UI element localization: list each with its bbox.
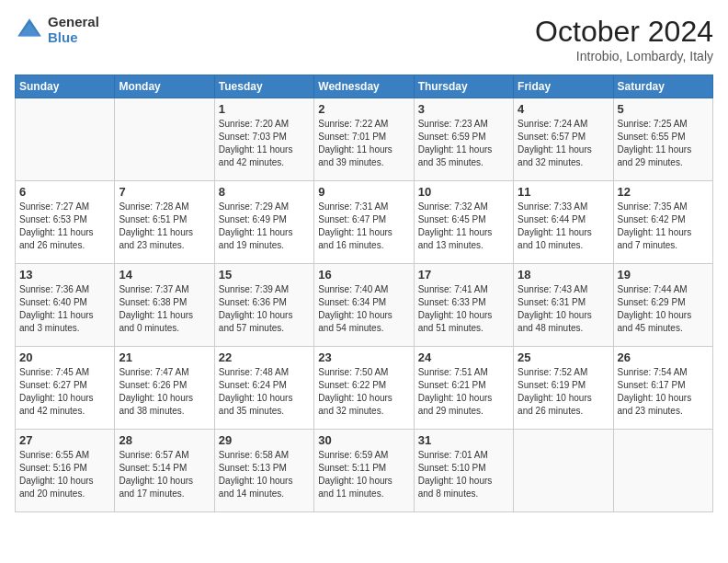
calendar-cell: 23Sunrise: 7:50 AM Sunset: 6:22 PM Dayli…	[314, 347, 414, 430]
calendar-cell: 9Sunrise: 7:31 AM Sunset: 6:47 PM Daylig…	[314, 181, 414, 264]
day-info: Sunrise: 7:25 AM Sunset: 6:55 PM Dayligh…	[618, 118, 709, 169]
day-info: Sunrise: 7:52 AM Sunset: 6:19 PM Dayligh…	[518, 366, 609, 418]
calendar-cell: 2Sunrise: 7:22 AM Sunset: 7:01 PM Daylig…	[314, 98, 414, 181]
calendar-cell: 8Sunrise: 7:29 AM Sunset: 6:49 PM Daylig…	[214, 181, 313, 264]
weekday-header-friday: Friday	[514, 75, 613, 98]
calendar-cell: 22Sunrise: 7:48 AM Sunset: 6:24 PM Dayli…	[214, 347, 313, 430]
day-number: 29	[219, 433, 310, 447]
day-info: Sunrise: 7:01 AM Sunset: 5:10 PM Dayligh…	[418, 449, 509, 500]
day-info: Sunrise: 7:44 AM Sunset: 6:29 PM Dayligh…	[618, 283, 709, 335]
day-number: 26	[618, 350, 709, 364]
logo-blue: Blue	[48, 30, 99, 46]
day-number: 5	[618, 102, 709, 116]
calendar-cell: 28Sunrise: 6:57 AM Sunset: 5:14 PM Dayli…	[115, 430, 214, 512]
calendar-cell: 1Sunrise: 7:20 AM Sunset: 7:03 PM Daylig…	[214, 98, 313, 181]
calendar-cell: 26Sunrise: 7:54 AM Sunset: 6:17 PM Dayli…	[613, 347, 712, 430]
day-number: 6	[19, 185, 110, 199]
weekday-header-thursday: Thursday	[414, 75, 513, 98]
day-info: Sunrise: 7:43 AM Sunset: 6:31 PM Dayligh…	[518, 283, 609, 335]
day-number: 10	[418, 185, 509, 199]
day-info: Sunrise: 7:33 AM Sunset: 6:44 PM Dayligh…	[518, 201, 609, 252]
calendar-cell: 19Sunrise: 7:44 AM Sunset: 6:29 PM Dayli…	[613, 264, 712, 347]
day-number: 25	[518, 350, 609, 364]
calendar-cell: 30Sunrise: 6:59 AM Sunset: 5:11 PM Dayli…	[314, 430, 414, 512]
day-number: 21	[119, 350, 210, 364]
calendar-cell: 4Sunrise: 7:24 AM Sunset: 6:57 PM Daylig…	[514, 98, 613, 181]
weekday-header-sunday: Sunday	[16, 75, 115, 98]
calendar-cell: 24Sunrise: 7:51 AM Sunset: 6:21 PM Dayli…	[414, 347, 513, 430]
logo-general: General	[48, 15, 99, 30]
day-number: 23	[318, 350, 409, 364]
calendar-cell: 20Sunrise: 7:45 AM Sunset: 6:27 PM Dayli…	[16, 347, 115, 430]
calendar-cell: 11Sunrise: 7:33 AM Sunset: 6:44 PM Dayli…	[514, 181, 613, 264]
logo-icon	[15, 16, 44, 45]
day-number: 4	[518, 102, 609, 116]
day-number: 11	[518, 185, 609, 199]
day-info: Sunrise: 7:23 AM Sunset: 6:59 PM Dayligh…	[418, 118, 509, 169]
day-info: Sunrise: 7:39 AM Sunset: 6:36 PM Dayligh…	[219, 283, 310, 335]
calendar-cell: 29Sunrise: 6:58 AM Sunset: 5:13 PM Dayli…	[214, 430, 313, 512]
calendar-cell: 10Sunrise: 7:32 AM Sunset: 6:45 PM Dayli…	[414, 181, 513, 264]
logo-text: General Blue	[48, 15, 99, 45]
page-header: General Blue October 2024 Introbio, Lomb…	[15, 15, 713, 63]
day-info: Sunrise: 7:54 AM Sunset: 6:17 PM Dayligh…	[618, 366, 709, 418]
day-number: 13	[19, 268, 110, 282]
calendar-cell	[514, 430, 613, 512]
day-info: Sunrise: 7:20 AM Sunset: 7:03 PM Dayligh…	[219, 118, 310, 169]
day-info: Sunrise: 7:36 AM Sunset: 6:40 PM Dayligh…	[19, 283, 110, 335]
day-number: 14	[119, 268, 210, 282]
location-title: Introbio, Lombardy, Italy	[535, 49, 713, 63]
day-number: 20	[19, 350, 110, 364]
calendar-cell: 14Sunrise: 7:37 AM Sunset: 6:38 PM Dayli…	[115, 264, 214, 347]
week-row-3: 13Sunrise: 7:36 AM Sunset: 6:40 PM Dayli…	[16, 264, 713, 347]
day-info: Sunrise: 7:22 AM Sunset: 7:01 PM Dayligh…	[318, 118, 409, 169]
day-info: Sunrise: 7:41 AM Sunset: 6:33 PM Dayligh…	[418, 283, 509, 335]
day-info: Sunrise: 7:40 AM Sunset: 6:34 PM Dayligh…	[318, 283, 409, 335]
day-info: Sunrise: 7:45 AM Sunset: 6:27 PM Dayligh…	[19, 366, 110, 418]
calendar-cell: 16Sunrise: 7:40 AM Sunset: 6:34 PM Dayli…	[314, 264, 414, 347]
day-info: Sunrise: 7:35 AM Sunset: 6:42 PM Dayligh…	[618, 201, 709, 252]
calendar-cell: 25Sunrise: 7:52 AM Sunset: 6:19 PM Dayli…	[514, 347, 613, 430]
day-number: 27	[19, 433, 110, 447]
day-info: Sunrise: 6:55 AM Sunset: 5:16 PM Dayligh…	[19, 449, 110, 500]
day-number: 7	[119, 185, 210, 199]
calendar-cell: 12Sunrise: 7:35 AM Sunset: 6:42 PM Dayli…	[613, 181, 712, 264]
weekday-header-tuesday: Tuesday	[214, 75, 313, 98]
weekday-header-monday: Monday	[115, 75, 214, 98]
day-info: Sunrise: 7:32 AM Sunset: 6:45 PM Dayligh…	[418, 201, 509, 252]
calendar-cell: 21Sunrise: 7:47 AM Sunset: 6:26 PM Dayli…	[115, 347, 214, 430]
day-number: 19	[618, 268, 709, 282]
calendar-cell	[115, 98, 214, 181]
week-row-2: 6Sunrise: 7:27 AM Sunset: 6:53 PM Daylig…	[16, 181, 713, 264]
calendar-table: SundayMondayTuesdayWednesdayThursdayFrid…	[15, 75, 713, 512]
day-number: 30	[318, 433, 409, 447]
day-number: 3	[418, 102, 509, 116]
calendar-cell: 6Sunrise: 7:27 AM Sunset: 6:53 PM Daylig…	[16, 181, 115, 264]
weekday-header-row: SundayMondayTuesdayWednesdayThursdayFrid…	[16, 75, 713, 98]
day-number: 22	[219, 350, 310, 364]
calendar-cell: 15Sunrise: 7:39 AM Sunset: 6:36 PM Dayli…	[214, 264, 313, 347]
day-number: 15	[219, 268, 310, 282]
day-info: Sunrise: 7:28 AM Sunset: 6:51 PM Dayligh…	[119, 201, 210, 252]
day-number: 8	[219, 185, 310, 199]
calendar-cell: 13Sunrise: 7:36 AM Sunset: 6:40 PM Dayli…	[16, 264, 115, 347]
day-info: Sunrise: 7:50 AM Sunset: 6:22 PM Dayligh…	[318, 366, 409, 418]
day-number: 28	[119, 433, 210, 447]
day-info: Sunrise: 7:51 AM Sunset: 6:21 PM Dayligh…	[418, 366, 509, 418]
day-info: Sunrise: 7:24 AM Sunset: 6:57 PM Dayligh…	[518, 118, 609, 169]
week-row-4: 20Sunrise: 7:45 AM Sunset: 6:27 PM Dayli…	[16, 347, 713, 430]
day-number: 16	[318, 268, 409, 282]
day-info: Sunrise: 7:27 AM Sunset: 6:53 PM Dayligh…	[19, 201, 110, 252]
month-title: October 2024	[535, 15, 713, 49]
day-number: 31	[418, 433, 509, 447]
day-number: 12	[618, 185, 709, 199]
calendar-cell: 5Sunrise: 7:25 AM Sunset: 6:55 PM Daylig…	[613, 98, 712, 181]
day-info: Sunrise: 7:47 AM Sunset: 6:26 PM Dayligh…	[119, 366, 210, 418]
day-info: Sunrise: 6:58 AM Sunset: 5:13 PM Dayligh…	[219, 449, 310, 500]
calendar-cell: 17Sunrise: 7:41 AM Sunset: 6:33 PM Dayli…	[414, 264, 513, 347]
day-number: 1	[219, 102, 310, 116]
weekday-header-saturday: Saturday	[613, 75, 712, 98]
day-number: 18	[518, 268, 609, 282]
day-info: Sunrise: 7:48 AM Sunset: 6:24 PM Dayligh…	[219, 366, 310, 418]
day-info: Sunrise: 6:59 AM Sunset: 5:11 PM Dayligh…	[318, 449, 409, 500]
